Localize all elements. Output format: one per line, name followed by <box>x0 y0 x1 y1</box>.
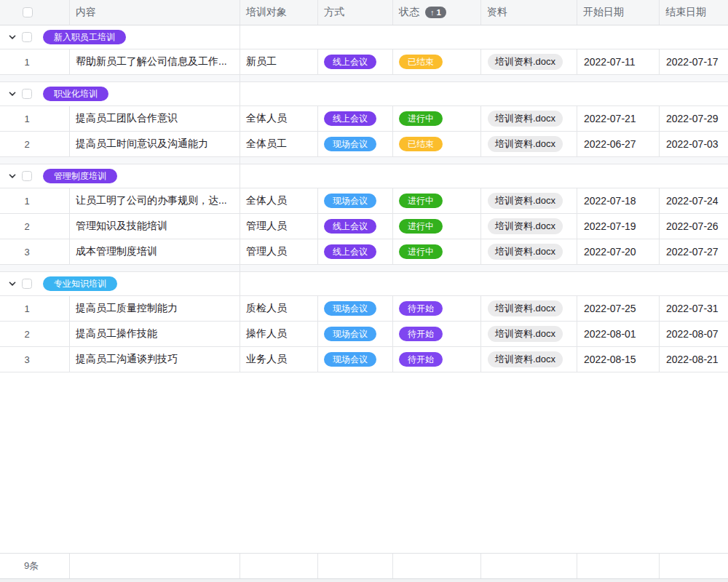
end-date-cell[interactable]: 2022-07-17 <box>660 49 728 74</box>
method-cell[interactable]: 线上会议 <box>318 214 393 239</box>
group-select-checkbox[interactable] <box>22 171 32 181</box>
file-cell[interactable]: 培训资料.docx <box>481 49 577 74</box>
row-index-cell[interactable]: 1 <box>0 188 70 213</box>
table-row: 2 管理知识及技能培训 管理人员 线上会议 进行中 培训资料.docx 2022… <box>0 214 728 239</box>
target-cell[interactable]: 全体人员 <box>240 106 318 131</box>
row-index-cell[interactable]: 2 <box>0 322 70 346</box>
method-cell[interactable]: 现场会议 <box>318 188 393 213</box>
chevron-down-icon[interactable] <box>8 89 17 98</box>
row-index-cell[interactable]: 1 <box>0 49 70 74</box>
end-date-cell[interactable]: 2022-08-07 <box>660 322 728 346</box>
content-cell[interactable]: 提高员工时间意识及沟通能力 <box>70 132 240 156</box>
target-cell[interactable]: 新员工 <box>240 49 318 74</box>
attachment-chip[interactable]: 培训资料.docx <box>488 244 563 260</box>
target-cell[interactable]: 管理人员 <box>240 214 318 239</box>
end-date-cell[interactable]: 2022-07-03 <box>660 132 728 156</box>
method-cell[interactable]: 现场会议 <box>318 347 393 372</box>
content-cell[interactable]: 帮助新员工了解公司信息及工作... <box>70 49 240 74</box>
end-date-cell[interactable]: 2022-07-26 <box>660 214 728 239</box>
target-cell[interactable]: 质检人员 <box>240 296 318 321</box>
column-header-end[interactable]: 结束日期 <box>660 0 728 25</box>
target-text: 管理人员 <box>246 245 287 258</box>
method-cell[interactable]: 现场会议 <box>318 132 393 156</box>
attachment-chip[interactable]: 培训资料.docx <box>488 193 563 209</box>
status-cell[interactable]: 进行中 <box>393 239 481 264</box>
method-cell[interactable]: 线上会议 <box>318 239 393 264</box>
target-cell[interactable]: 全体人员 <box>240 188 318 213</box>
row-index-cell[interactable]: 2 <box>0 214 70 239</box>
content-cell[interactable]: 成本管理制度培训 <box>70 239 240 264</box>
start-date-cell[interactable]: 2022-07-11 <box>577 49 660 74</box>
method-cell[interactable]: 现场会议 <box>318 322 393 346</box>
chevron-down-icon[interactable] <box>8 172 17 180</box>
content-cell[interactable]: 让员工明了公司的办事规则，达... <box>70 188 240 213</box>
row-index-cell[interactable]: 1 <box>0 296 70 321</box>
status-cell[interactable]: 进行中 <box>393 188 481 213</box>
row-index-cell[interactable]: 3 <box>0 239 70 264</box>
start-date-cell[interactable]: 2022-08-15 <box>577 347 660 372</box>
attachment-chip[interactable]: 培训资料.docx <box>488 326 563 342</box>
method-cell[interactable]: 现场会议 <box>318 296 393 321</box>
target-cell[interactable]: 管理人员 <box>240 239 318 264</box>
attachment-chip[interactable]: 培训资料.docx <box>488 218 563 234</box>
start-date-cell[interactable]: 2022-07-20 <box>577 239 660 264</box>
target-cell[interactable]: 操作人员 <box>240 322 318 346</box>
status-cell[interactable]: 进行中 <box>393 214 481 239</box>
start-date-cell[interactable]: 2022-07-25 <box>577 296 660 321</box>
row-index-cell[interactable]: 1 <box>0 106 70 131</box>
attachment-chip[interactable]: 培训资料.docx <box>488 111 563 127</box>
column-header-content[interactable]: 内容 <box>70 0 240 25</box>
chevron-down-icon[interactable] <box>8 279 17 288</box>
content-cell[interactable]: 提高员工沟通谈判技巧 <box>70 347 240 372</box>
file-cell[interactable]: 培训资料.docx <box>481 239 577 264</box>
start-date-cell[interactable]: 2022-07-19 <box>577 214 660 239</box>
attachment-chip[interactable]: 培训资料.docx <box>488 54 563 70</box>
content-cell[interactable]: 提高员工操作技能 <box>70 322 240 346</box>
start-date-cell[interactable]: 2022-07-18 <box>577 188 660 213</box>
content-cell[interactable]: 提高员工团队合作意识 <box>70 106 240 131</box>
target-cell[interactable]: 全体员工 <box>240 132 318 156</box>
start-date-cell[interactable]: 2022-08-01 <box>577 322 660 346</box>
attachment-chip[interactable]: 培训资料.docx <box>488 136 563 152</box>
file-cell[interactable]: 培训资料.docx <box>481 106 577 131</box>
start-date-cell[interactable]: 2022-06-27 <box>577 132 660 156</box>
content-cell[interactable]: 管理知识及技能培训 <box>70 214 240 239</box>
file-cell[interactable]: 培训资料.docx <box>481 132 577 156</box>
column-header-file[interactable]: 资料 <box>481 0 577 25</box>
method-cell[interactable]: 线上会议 <box>318 49 393 74</box>
file-cell[interactable]: 培训资料.docx <box>481 322 577 346</box>
status-cell[interactable]: 待开始 <box>393 322 481 346</box>
end-date-cell[interactable]: 2022-07-29 <box>660 106 728 131</box>
content-cell[interactable]: 提高员工质量控制能力 <box>70 296 240 321</box>
group-select-checkbox[interactable] <box>22 279 32 289</box>
row-index-cell[interactable]: 3 <box>0 347 70 372</box>
attachment-chip[interactable]: 培训资料.docx <box>488 351 563 367</box>
target-cell[interactable]: 业务人员 <box>240 347 318 372</box>
column-header-start[interactable]: 开始日期 <box>577 0 660 25</box>
method-cell[interactable]: 线上会议 <box>318 106 393 131</box>
group-select-checkbox[interactable] <box>22 32 32 42</box>
end-date-cell[interactable]: 2022-08-21 <box>660 347 728 372</box>
status-cell[interactable]: 待开始 <box>393 347 481 372</box>
column-header-target[interactable]: 培训对象 <box>240 0 318 25</box>
end-date-cell[interactable]: 2022-07-31 <box>660 296 728 321</box>
attachment-chip[interactable]: 培训资料.docx <box>488 300 563 316</box>
select-all-checkbox[interactable] <box>23 7 33 17</box>
start-date-cell[interactable]: 2022-07-21 <box>577 106 660 131</box>
file-cell[interactable]: 培训资料.docx <box>481 188 577 213</box>
row-index-cell[interactable]: 2 <box>0 132 70 156</box>
end-date-cell[interactable]: 2022-07-27 <box>660 239 728 264</box>
group-select-checkbox[interactable] <box>22 89 32 99</box>
end-date-cell[interactable]: 2022-07-24 <box>660 188 728 213</box>
status-cell[interactable]: 待开始 <box>393 296 481 321</box>
status-sort-badge[interactable]: ↑1 <box>425 7 446 18</box>
chevron-down-icon[interactable] <box>8 33 17 41</box>
column-header-status[interactable]: 状态 ↑1 <box>393 0 481 25</box>
file-cell[interactable]: 培训资料.docx <box>481 296 577 321</box>
status-cell[interactable]: 已结束 <box>393 49 481 74</box>
status-cell[interactable]: 已结束 <box>393 132 481 156</box>
column-header-method[interactable]: 方式 <box>318 0 393 25</box>
file-cell[interactable]: 培训资料.docx <box>481 347 577 372</box>
status-cell[interactable]: 进行中 <box>393 106 481 131</box>
file-cell[interactable]: 培训资料.docx <box>481 214 577 239</box>
